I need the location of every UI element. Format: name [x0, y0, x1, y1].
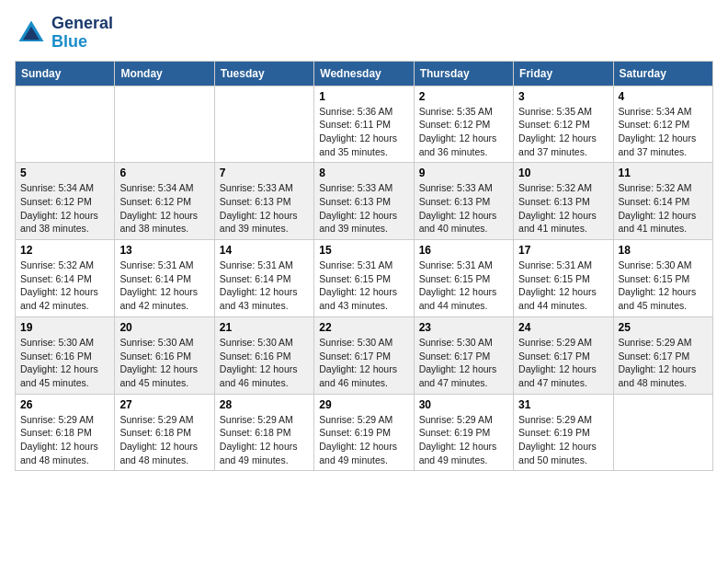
day-info: Sunrise: 5:35 AM Sunset: 6:12 PM Dayligh… — [419, 105, 508, 159]
day-number: 5 — [20, 167, 109, 179]
calendar-cell: 20Sunrise: 5:30 AM Sunset: 6:16 PM Dayli… — [115, 316, 214, 394]
day-info: Sunrise: 5:35 AM Sunset: 6:12 PM Dayligh… — [518, 105, 608, 159]
day-info: Sunrise: 5:30 AM Sunset: 6:15 PM Dayligh… — [619, 259, 708, 313]
calendar-cell: 21Sunrise: 5:30 AM Sunset: 6:16 PM Dayli… — [214, 316, 313, 394]
day-number: 8 — [319, 167, 408, 179]
day-info: Sunrise: 5:29 AM Sunset: 6:19 PM Dayligh… — [319, 413, 408, 467]
calendar-header-tuesday: Tuesday — [214, 61, 313, 86]
day-number: 9 — [419, 167, 508, 179]
day-info: Sunrise: 5:33 AM Sunset: 6:13 PM Dayligh… — [319, 181, 408, 236]
calendar-cell: 8Sunrise: 5:33 AM Sunset: 6:13 PM Daylig… — [314, 163, 414, 240]
day-info: Sunrise: 5:33 AM Sunset: 6:13 PM Dayligh… — [419, 181, 508, 236]
day-number: 14 — [220, 244, 309, 257]
day-number: 2 — [419, 90, 508, 103]
day-info: Sunrise: 5:29 AM Sunset: 6:17 PM Dayligh… — [619, 336, 708, 390]
day-info: Sunrise: 5:29 AM Sunset: 6:18 PM Dayligh… — [119, 413, 209, 467]
day-info: Sunrise: 5:29 AM Sunset: 6:19 PM Dayligh… — [419, 413, 508, 467]
day-number: 23 — [419, 321, 508, 334]
calendar-week-5: 26Sunrise: 5:29 AM Sunset: 6:18 PM Dayli… — [16, 394, 713, 471]
day-number: 6 — [119, 167, 209, 179]
calendar-cell: 31Sunrise: 5:29 AM Sunset: 6:19 PM Dayli… — [514, 394, 613, 471]
day-number: 10 — [518, 167, 608, 179]
calendar-cell: 1Sunrise: 5:36 AM Sunset: 6:11 PM Daylig… — [314, 86, 414, 163]
calendar-cell: 19Sunrise: 5:30 AM Sunset: 6:16 PM Dayli… — [16, 316, 115, 394]
calendar-cell: 28Sunrise: 5:29 AM Sunset: 6:18 PM Dayli… — [214, 394, 313, 471]
calendar-cell: 6Sunrise: 5:34 AM Sunset: 6:12 PM Daylig… — [115, 163, 214, 240]
day-number: 4 — [619, 90, 708, 103]
day-info: Sunrise: 5:29 AM Sunset: 6:18 PM Dayligh… — [20, 413, 109, 467]
day-number: 19 — [20, 321, 109, 334]
calendar-header-wednesday: Wednesday — [314, 61, 414, 86]
calendar-cell: 9Sunrise: 5:33 AM Sunset: 6:13 PM Daylig… — [414, 163, 513, 240]
calendar-week-4: 19Sunrise: 5:30 AM Sunset: 6:16 PM Dayli… — [16, 316, 713, 394]
calendar-cell — [613, 394, 712, 471]
calendar-cell: 27Sunrise: 5:29 AM Sunset: 6:18 PM Dayli… — [115, 394, 214, 471]
day-info: Sunrise: 5:32 AM Sunset: 6:13 PM Dayligh… — [518, 181, 608, 236]
calendar-cell: 29Sunrise: 5:29 AM Sunset: 6:19 PM Dayli… — [314, 394, 414, 471]
calendar-cell: 30Sunrise: 5:29 AM Sunset: 6:19 PM Dayli… — [414, 394, 513, 471]
day-info: Sunrise: 5:32 AM Sunset: 6:14 PM Dayligh… — [619, 181, 708, 236]
calendar-cell: 5Sunrise: 5:34 AM Sunset: 6:12 PM Daylig… — [16, 163, 115, 240]
day-info: Sunrise: 5:32 AM Sunset: 6:14 PM Dayligh… — [20, 259, 109, 313]
header: General Blue — [15, 15, 713, 52]
day-number: 1 — [319, 90, 408, 103]
calendar-cell: 4Sunrise: 5:34 AM Sunset: 6:12 PM Daylig… — [613, 86, 712, 163]
calendar-cell: 24Sunrise: 5:29 AM Sunset: 6:17 PM Dayli… — [514, 316, 613, 394]
calendar-cell: 13Sunrise: 5:31 AM Sunset: 6:14 PM Dayli… — [115, 240, 214, 317]
day-info: Sunrise: 5:36 AM Sunset: 6:11 PM Dayligh… — [319, 105, 408, 159]
day-info: Sunrise: 5:31 AM Sunset: 6:15 PM Dayligh… — [518, 259, 608, 313]
logo: General Blue — [15, 15, 113, 52]
day-number: 20 — [119, 321, 209, 334]
day-number: 11 — [619, 167, 708, 179]
day-number: 17 — [518, 244, 608, 257]
day-info: Sunrise: 5:34 AM Sunset: 6:12 PM Dayligh… — [619, 105, 708, 159]
day-info: Sunrise: 5:30 AM Sunset: 6:17 PM Dayligh… — [419, 336, 508, 390]
day-info: Sunrise: 5:33 AM Sunset: 6:13 PM Dayligh… — [220, 181, 309, 236]
calendar: SundayMondayTuesdayWednesdayThursdayFrid… — [15, 61, 713, 472]
day-number: 26 — [20, 398, 109, 411]
calendar-cell: 2Sunrise: 5:35 AM Sunset: 6:12 PM Daylig… — [414, 86, 513, 163]
day-info: Sunrise: 5:31 AM Sunset: 6:15 PM Dayligh… — [419, 259, 508, 313]
calendar-cell: 15Sunrise: 5:31 AM Sunset: 6:15 PM Dayli… — [314, 240, 414, 317]
calendar-cell — [214, 86, 313, 163]
day-number: 30 — [419, 398, 508, 411]
calendar-header-saturday: Saturday — [613, 61, 712, 86]
day-info: Sunrise: 5:30 AM Sunset: 6:16 PM Dayligh… — [220, 336, 309, 390]
day-number: 18 — [619, 244, 708, 257]
day-info: Sunrise: 5:31 AM Sunset: 6:14 PM Dayligh… — [220, 259, 309, 313]
calendar-cell: 10Sunrise: 5:32 AM Sunset: 6:13 PM Dayli… — [514, 163, 613, 240]
calendar-cell: 7Sunrise: 5:33 AM Sunset: 6:13 PM Daylig… — [214, 163, 313, 240]
day-info: Sunrise: 5:30 AM Sunset: 6:16 PM Dayligh… — [119, 336, 209, 390]
calendar-header-monday: Monday — [115, 61, 214, 86]
calendar-cell: 12Sunrise: 5:32 AM Sunset: 6:14 PM Dayli… — [16, 240, 115, 317]
logo-text: General Blue — [51, 15, 113, 52]
day-number: 15 — [319, 244, 408, 257]
calendar-header-sunday: Sunday — [16, 61, 115, 86]
day-number: 29 — [319, 398, 408, 411]
calendar-cell: 16Sunrise: 5:31 AM Sunset: 6:15 PM Dayli… — [414, 240, 513, 317]
day-number: 27 — [119, 398, 209, 411]
day-number: 22 — [319, 321, 408, 334]
day-number: 24 — [518, 321, 608, 334]
calendar-cell: 17Sunrise: 5:31 AM Sunset: 6:15 PM Dayli… — [514, 240, 613, 317]
day-info: Sunrise: 5:30 AM Sunset: 6:16 PM Dayligh… — [20, 336, 109, 390]
day-info: Sunrise: 5:29 AM Sunset: 6:18 PM Dayligh… — [220, 413, 309, 467]
calendar-header-thursday: Thursday — [414, 61, 513, 86]
day-number: 28 — [220, 398, 309, 411]
day-info: Sunrise: 5:31 AM Sunset: 6:15 PM Dayligh… — [319, 259, 408, 313]
calendar-week-3: 12Sunrise: 5:32 AM Sunset: 6:14 PM Dayli… — [16, 240, 713, 317]
day-number: 13 — [119, 244, 209, 257]
day-number: 16 — [419, 244, 508, 257]
calendar-body: 1Sunrise: 5:36 AM Sunset: 6:11 PM Daylig… — [16, 86, 713, 471]
calendar-week-2: 5Sunrise: 5:34 AM Sunset: 6:12 PM Daylig… — [16, 163, 713, 240]
logo-icon — [15, 17, 48, 50]
day-number: 25 — [619, 321, 708, 334]
day-number: 21 — [220, 321, 309, 334]
day-number: 31 — [518, 398, 608, 411]
calendar-cell: 3Sunrise: 5:35 AM Sunset: 6:12 PM Daylig… — [514, 86, 613, 163]
calendar-cell: 25Sunrise: 5:29 AM Sunset: 6:17 PM Dayli… — [613, 316, 712, 394]
calendar-cell — [16, 86, 115, 163]
calendar-cell: 26Sunrise: 5:29 AM Sunset: 6:18 PM Dayli… — [16, 394, 115, 471]
calendar-header-row: SundayMondayTuesdayWednesdayThursdayFrid… — [16, 61, 713, 86]
day-number: 12 — [20, 244, 109, 257]
